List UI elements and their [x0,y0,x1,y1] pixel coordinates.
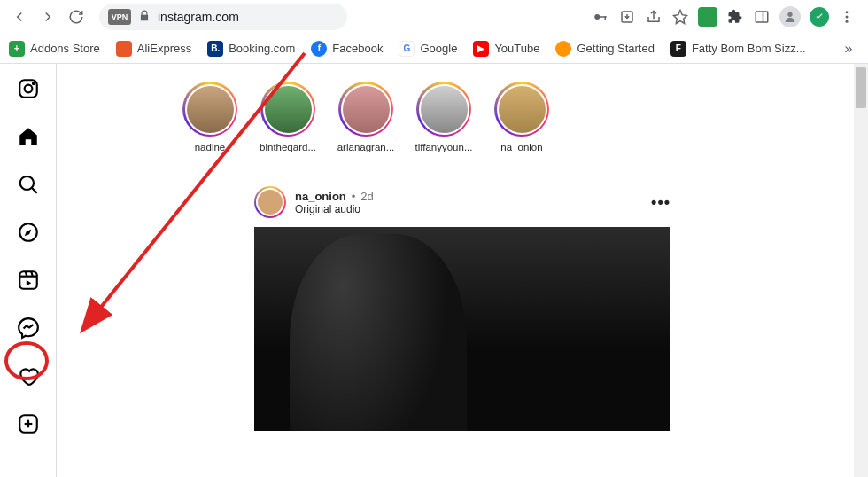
svg-rect-16 [19,271,37,289]
url-text: instagram.com [158,10,338,24]
favicon-icon: f [311,41,327,57]
bookmark-aliexpress[interactable]: AliExpress [116,41,191,57]
bookmark-youtube[interactable]: ▶YouTube [473,41,539,57]
favicon-icon [555,41,571,57]
instagram-logo-icon[interactable] [16,76,41,101]
key-icon[interactable] [592,8,609,26]
svg-rect-4 [756,12,768,22]
messenger-icon[interactable] [16,316,41,340]
toolbar-right [592,6,861,27]
shield-icon[interactable] [810,7,829,27]
share-icon[interactable] [645,8,663,26]
svg-point-9 [846,20,849,23]
instagram-feed: nadine bintheqard... arianagran... tiffa… [57,64,868,477]
story-username: arianagran... [337,142,395,152]
address-bar[interactable]: VPN instagram.com [99,4,347,30]
bookmarks-bar: +Addons Store AliExpress B.Booking.com f… [0,34,868,64]
svg-point-13 [19,176,33,190]
post-avatar-ring-icon[interactable] [254,186,286,218]
story-username: na_onion [500,142,542,152]
forward-button[interactable] [35,4,60,29]
story-username: tiffanyyoun... [415,142,473,152]
svg-point-7 [846,11,849,13]
feed-post: na_onion • 2d Original audio ••• [254,186,670,431]
svg-point-11 [24,85,32,93]
story-ring-icon [260,82,315,137]
sidepanel-icon[interactable] [753,8,771,26]
post-header: na_onion • 2d Original audio ••• [254,186,670,218]
bookmark-fatty-bom[interactable]: FFatty Bom Bom Sizz... [670,41,806,57]
story-ring-icon [182,82,237,137]
scrollbar-thumb[interactable] [856,67,866,108]
bookmark-label: Google [420,42,457,55]
post-timestamp: 2d [360,190,373,203]
bookmark-label: Facebook [332,42,383,55]
favicon-icon: ▶ [473,41,489,57]
bookmark-facebook[interactable]: fFacebook [311,41,383,57]
story-username: bintheqard... [260,142,316,152]
bookmark-addons-store[interactable]: +Addons Store [9,41,100,57]
story-item[interactable]: bintheqard... [259,82,317,152]
story-item[interactable]: tiffanyyoun... [415,82,473,152]
story-item[interactable]: arianagran... [337,82,395,152]
post-meta: na_onion • 2d Original audio [295,190,642,215]
post-username[interactable]: na_onion [295,190,346,203]
install-icon[interactable] [618,8,636,26]
svg-point-12 [32,82,34,84]
bookmark-getting-started[interactable]: Getting Started [555,41,654,57]
bookmark-label: Addons Store [30,42,100,55]
post-separator: • [352,190,356,203]
story-ring-icon [338,82,393,137]
favicon-icon: F [670,41,686,57]
profile-avatar-icon[interactable] [779,6,801,27]
scrollbar-track[interactable] [854,64,868,477]
back-button[interactable] [7,4,32,29]
bookmark-label: Fatty Bom Bom Sizz... [692,42,806,55]
bookmarks-overflow-button[interactable]: » [838,41,860,57]
post-media[interactable] [254,227,670,431]
instagram-app: nadine bintheqard... arianagran... tiffa… [0,64,868,477]
vpn-badge: VPN [108,9,131,25]
bookmark-label: Booking.com [229,42,295,55]
kebab-menu-icon[interactable] [838,8,856,26]
bookmark-booking[interactable]: B.Booking.com [207,41,295,57]
svg-point-6 [787,12,792,17]
browser-toolbar: VPN instagram.com [0,0,868,34]
story-ring-icon [416,82,471,137]
post-more-button[interactable]: ••• [651,193,670,212]
password-manager-icon[interactable] [698,7,717,27]
story-ring-icon [494,82,549,137]
bookmark-label: Getting Started [577,42,654,55]
reload-button[interactable] [64,4,89,29]
bookmark-label: AliExpress [137,42,191,55]
lock-icon [138,10,151,25]
story-username: nadine [195,142,226,152]
favicon-icon: B. [207,41,223,57]
star-icon[interactable] [671,8,689,26]
stories-tray: nadine bintheqard... arianagran... tiffa… [181,82,744,152]
instagram-sidebar [0,64,57,477]
search-icon[interactable] [16,172,41,197]
svg-point-0 [594,14,600,20]
home-icon[interactable] [16,124,41,149]
bookmark-google[interactable]: GGoogle [399,41,457,57]
explore-icon[interactable] [16,220,41,245]
story-item[interactable]: na_onion [492,82,551,152]
favicon-icon: + [9,41,25,57]
svg-point-8 [846,16,849,19]
story-item[interactable]: nadine [181,82,239,152]
reels-icon[interactable] [16,268,41,293]
create-icon[interactable] [16,411,41,436]
extensions-icon[interactable] [726,8,744,26]
svg-rect-2 [605,16,607,20]
favicon-icon [116,41,132,57]
svg-line-14 [31,188,36,193]
notifications-icon[interactable] [16,364,41,388]
post-audio-label[interactable]: Original audio [295,203,642,215]
favicon-icon: G [399,41,415,57]
bookmark-label: YouTube [494,42,539,55]
